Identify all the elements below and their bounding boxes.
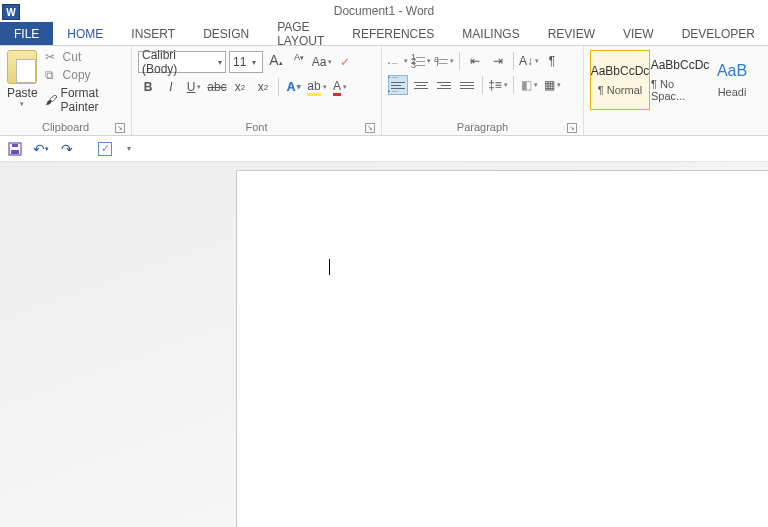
style-normal-label: ¶ Normal <box>598 84 642 96</box>
style-nospacing-label: ¶ No Spac... <box>651 78 709 102</box>
clipboard-dialog-launcher[interactable]: ↘ <box>115 123 125 133</box>
style-no-spacing[interactable]: AaBbCcDc ¶ No Spac... <box>650 50 710 110</box>
subscript-button[interactable]: x2 <box>230 77 250 97</box>
cut-label: Cut <box>63 50 82 64</box>
text-effects-button[interactable]: A <box>284 77 304 97</box>
paste-icon <box>7 50 37 84</box>
svg-rect-2 <box>12 144 18 147</box>
text-cursor <box>329 259 330 275</box>
bullets-icon <box>388 54 402 68</box>
increase-indent-button[interactable]: ⇥ <box>488 51 508 71</box>
redo-button[interactable]: ↷ <box>58 140 76 158</box>
style-heading-preview: AaB <box>717 62 747 80</box>
ribbon: Paste ▾ ✂ Cut ⧉ Copy 🖌 Format Painter Cl <box>0 46 768 136</box>
style-heading-label: Headi <box>718 86 747 98</box>
tab-page-layout[interactable]: PAGE LAYOUT <box>263 22 338 45</box>
tab-references[interactable]: REFERENCES <box>338 22 448 45</box>
borders-button[interactable]: ▦ <box>542 75 562 95</box>
italic-button[interactable]: I <box>161 77 181 97</box>
ribbon-tabs: FILE HOME INSERT DESIGN PAGE LAYOUT REFE… <box>0 22 768 46</box>
document-title: Document1 - Word <box>20 4 768 18</box>
font-color-button[interactable]: A <box>330 77 350 97</box>
document-workspace <box>0 162 768 527</box>
align-right-button[interactable] <box>434 75 454 95</box>
tab-design[interactable]: DESIGN <box>189 22 263 45</box>
group-paragraph: 1—2—3— a— i— ⇤ ⇥ A↓ ¶ ‡≡ ◧ ▦ <box>382 46 584 135</box>
grow-font-button[interactable]: A▴ <box>266 52 286 72</box>
tab-insert[interactable]: INSERT <box>117 22 189 45</box>
paste-label: Paste <box>7 86 38 100</box>
quick-access-toolbar: ↶▾ ↷ ✓ ▾ <box>0 136 768 162</box>
clipboard-group-label: Clipboard ↘ <box>6 119 125 135</box>
tab-view[interactable]: VIEW <box>609 22 668 45</box>
paragraph-dialog-launcher[interactable]: ↘ <box>567 123 577 133</box>
checkbox-toggle[interactable]: ✓ <box>98 142 112 156</box>
copy-label: Copy <box>63 68 91 82</box>
group-clipboard: Paste ▾ ✂ Cut ⧉ Copy 🖌 Format Painter Cl <box>0 46 132 135</box>
format-painter-label: Format Painter <box>61 86 123 114</box>
scissors-icon: ✂ <box>45 50 59 64</box>
undo-button[interactable]: ↶▾ <box>32 140 50 158</box>
align-right-icon <box>437 82 451 89</box>
tab-mailings[interactable]: MAILINGS <box>448 22 533 45</box>
format-painter-button[interactable]: 🖌 Format Painter <box>43 84 125 116</box>
style-normal-preview: AaBbCcDc <box>591 64 650 78</box>
strikethrough-button[interactable]: abc <box>207 77 227 97</box>
change-case-button[interactable]: Aa <box>312 52 332 72</box>
style-heading1[interactable]: AaB Headi <box>710 50 754 110</box>
style-nospacing-preview: AaBbCcDc <box>651 58 710 72</box>
font-size-combo[interactable]: 11▾ <box>229 51 263 73</box>
paste-button[interactable]: Paste ▾ <box>6 48 39 108</box>
align-justify-icon <box>460 82 474 89</box>
qat-customize-button[interactable]: ▾ <box>120 140 138 158</box>
tab-home[interactable]: HOME <box>53 22 117 45</box>
font-dialog-launcher[interactable]: ↘ <box>365 123 375 133</box>
tab-review[interactable]: REVIEW <box>534 22 609 45</box>
svg-rect-1 <box>11 150 19 154</box>
tab-file[interactable]: FILE <box>0 22 53 45</box>
cut-button[interactable]: ✂ Cut <box>43 48 125 66</box>
align-center-icon <box>414 82 428 89</box>
save-button[interactable] <box>6 140 24 158</box>
font-group-label: Font ↘ <box>138 119 375 135</box>
bold-button[interactable]: B <box>138 77 158 97</box>
copy-icon: ⧉ <box>45 68 59 82</box>
superscript-button[interactable]: x2 <box>253 77 273 97</box>
brush-icon: 🖌 <box>45 93 57 107</box>
shrink-font-button[interactable]: A▾ <box>289 52 309 72</box>
align-center-button[interactable] <box>411 75 431 95</box>
line-spacing-button[interactable]: ‡≡ <box>488 75 508 95</box>
word-app-icon: W <box>2 4 20 20</box>
save-icon <box>8 142 22 156</box>
highlight-button[interactable]: ab <box>307 77 327 97</box>
font-name-combo[interactable]: Calibri (Body)▾ <box>138 51 226 73</box>
shading-button[interactable]: ◧ <box>519 75 539 95</box>
copy-button[interactable]: ⧉ Copy <box>43 66 125 84</box>
tab-developer[interactable]: DEVELOPER <box>668 22 768 45</box>
sort-button[interactable]: A↓ <box>519 51 539 71</box>
justify-button[interactable] <box>457 75 477 95</box>
show-hide-button[interactable]: ¶ <box>542 51 562 71</box>
multilevel-list-button[interactable]: a— i— <box>434 51 454 71</box>
group-font: Calibri (Body)▾ 11▾ A▴ A▾ Aa ✓ B I U abc… <box>132 46 382 135</box>
title-bar: W Document1 - Word <box>0 0 768 22</box>
document-page[interactable] <box>236 170 768 527</box>
group-styles: AaBbCcDc ¶ Normal AaBbCcDc ¶ No Spac... … <box>584 46 768 135</box>
numbering-button[interactable]: 1—2—3— <box>411 51 431 71</box>
decrease-indent-button[interactable]: ⇤ <box>465 51 485 71</box>
bullets-button[interactable] <box>388 51 408 71</box>
style-normal[interactable]: AaBbCcDc ¶ Normal <box>590 50 650 110</box>
underline-button[interactable]: U <box>184 77 204 97</box>
paragraph-group-label: Paragraph ↘ <box>388 119 577 135</box>
clear-formatting-button[interactable]: ✓ <box>335 52 355 72</box>
